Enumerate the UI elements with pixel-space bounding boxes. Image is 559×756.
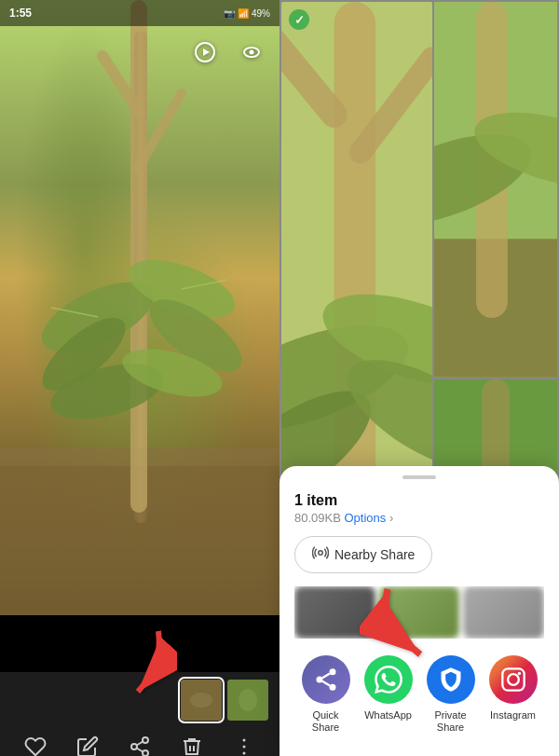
- svg-point-19: [190, 693, 212, 708]
- share-button[interactable]: [121, 728, 158, 756]
- edit-button[interactable]: [69, 728, 106, 756]
- svg-line-25: [137, 749, 143, 752]
- battery-text: 49%: [252, 8, 270, 19]
- thumbnail-1[interactable]: [181, 680, 222, 721]
- share-item-count: 1 item: [294, 492, 544, 509]
- svg-point-49: [319, 550, 323, 555]
- nearby-icon: [312, 544, 329, 565]
- like-button[interactable]: [17, 728, 54, 756]
- action-icons-row: [0, 728, 280, 756]
- svg-point-51: [329, 668, 335, 675]
- whatsapp-icon: [364, 655, 413, 704]
- svg-line-55: [322, 673, 330, 678]
- selection-checkmark: ✓: [289, 9, 309, 30]
- more-button[interactable]: [225, 728, 263, 756]
- svg-point-53: [329, 683, 335, 690]
- play-icon[interactable]: [188, 35, 222, 69]
- status-bar: 1:55 📷 📶 49%: [0, 0, 280, 26]
- contact-thumb-2: [379, 586, 460, 639]
- quick-share-label: Quick Share: [298, 709, 354, 734]
- thumbnail-2[interactable]: [227, 680, 268, 721]
- nearby-share-button[interactable]: Nearby Share: [294, 536, 432, 573]
- apps-row: Quick Share WhatsApp Private Share: [294, 652, 544, 737]
- instagram-label: Instagram: [490, 709, 536, 722]
- nearby-share-label: Nearby Share: [334, 547, 415, 562]
- plant-svg: [0, 0, 280, 615]
- contacts-row: [294, 586, 544, 639]
- delete-button[interactable]: [173, 728, 211, 756]
- contact-thumb-1: [294, 586, 375, 639]
- app-item-whatsapp[interactable]: WhatsApp: [361, 655, 416, 722]
- status-icons: 📷 📶 49%: [224, 8, 270, 19]
- app-item-quickshare[interactable]: Quick Share: [298, 655, 354, 734]
- svg-point-22: [143, 737, 148, 743]
- sheet-handle: [402, 475, 436, 479]
- svg-rect-2: [130, 0, 147, 513]
- svg-point-21: [239, 689, 257, 711]
- whatsapp-label: WhatsApp: [364, 709, 412, 722]
- app-item-privateshare[interactable]: Private Share: [423, 655, 479, 734]
- instagram-icon: [489, 655, 538, 704]
- app-item-instagram[interactable]: Instagram: [485, 655, 541, 722]
- main-photo: [0, 0, 280, 615]
- right-panel: ✓: [280, 0, 559, 756]
- svg-marker-14: [203, 48, 210, 56]
- svg-point-58: [517, 671, 521, 675]
- svg-point-28: [243, 746, 246, 749]
- top-icons-container: [188, 35, 268, 69]
- svg-point-27: [243, 739, 246, 742]
- svg-rect-56: [502, 668, 524, 690]
- status-time: 1:55: [9, 7, 32, 20]
- right-photo-top: [434, 2, 557, 378]
- left-panel: 1:55 📷 📶 49%: [0, 0, 280, 756]
- quick-share-icon: [302, 655, 350, 704]
- share-sheet: 1 item 80.09KB Options › Nearby Share: [280, 466, 559, 756]
- svg-point-52: [316, 676, 322, 682]
- svg-point-29: [243, 752, 246, 755]
- eye-icon[interactable]: [235, 35, 268, 69]
- private-share-label: Private Share: [423, 709, 479, 734]
- svg-point-16: [250, 50, 254, 55]
- contact-thumb-3: [463, 586, 544, 639]
- signal-icon: 📶: [238, 8, 249, 19]
- svg-point-57: [508, 674, 519, 685]
- svg-line-54: [322, 680, 330, 685]
- private-share-icon: [427, 655, 475, 704]
- svg-point-23: [131, 744, 137, 749]
- share-file-size: 80.09KB Options ›: [294, 511, 544, 525]
- svg-line-26: [137, 742, 143, 746]
- red-arrow-left: [112, 626, 177, 705]
- camera-icon: 📷: [224, 8, 235, 19]
- options-link[interactable]: Options: [345, 511, 387, 525]
- svg-point-24: [143, 750, 148, 756]
